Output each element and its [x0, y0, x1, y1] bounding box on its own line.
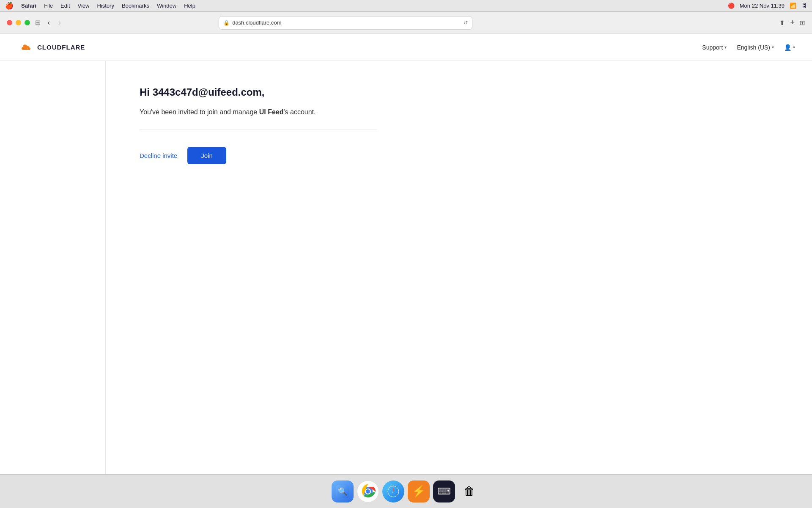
- user-chevron-icon: ▾: [793, 45, 795, 50]
- cloudflare-logo[interactable]: CLOUDFLARE: [17, 41, 85, 54]
- content-area: Hi 3443c47d@uifeed.com, You've been invi…: [0, 61, 812, 496]
- window-menu[interactable]: Window: [157, 3, 176, 9]
- share-button[interactable]: ⬆: [779, 19, 785, 27]
- browser-toolbar: ⊞ ‹ › 🔒 dash.cloudflare.com ↺ ⬆ + ⊞: [0, 12, 812, 34]
- forward-button[interactable]: ›: [57, 18, 63, 27]
- menubar-control-center[interactable]: 🎛: [801, 3, 807, 9]
- invite-org-name: UI Feed: [259, 108, 284, 116]
- language-label: English (US): [737, 44, 770, 51]
- chrome-icon: [360, 484, 376, 499]
- reload-button[interactable]: ↺: [464, 20, 468, 26]
- close-button[interactable]: [7, 20, 12, 25]
- file-menu[interactable]: File: [44, 3, 53, 9]
- svg-point-6: [366, 489, 370, 494]
- support-nav-link[interactable]: Support ▾: [702, 44, 727, 51]
- view-menu[interactable]: View: [78, 3, 90, 9]
- back-button[interactable]: ‹: [46, 18, 52, 27]
- safari-icon: [386, 484, 401, 499]
- invite-message: You've been invited to join and manage U…: [140, 108, 778, 116]
- join-button[interactable]: Join: [187, 147, 226, 164]
- main-content: Hi 3443c47d@uifeed.com, You've been invi…: [106, 61, 812, 496]
- main-navigation: CLOUDFLARE Support ▾ English (US) ▾ 👤 ▾: [0, 34, 812, 61]
- app-name-menu[interactable]: Safari: [21, 3, 36, 9]
- finder-icon: 🔍: [336, 485, 349, 498]
- traffic-lights: [7, 20, 30, 25]
- decline-invite-button[interactable]: Decline invite: [140, 152, 177, 159]
- macos-menubar: 🍎 Safari File Edit View History Bookmark…: [0, 0, 812, 12]
- minimize-button[interactable]: [16, 20, 21, 25]
- dock-safari[interactable]: [382, 480, 404, 502]
- language-chevron-icon: ▾: [772, 45, 774, 50]
- dock-terminal[interactable]: ⌨: [433, 480, 455, 502]
- language-nav-link[interactable]: English (US) ▾: [737, 44, 774, 51]
- bookmarks-menu[interactable]: Bookmarks: [122, 3, 149, 9]
- cloudflare-dock-icon: ⚡: [412, 485, 425, 498]
- support-chevron-icon: ▾: [724, 45, 727, 50]
- tab-overview-button[interactable]: ⊞: [800, 19, 805, 27]
- macos-dock: 🔍 ⚡ ⌨ 🗑: [0, 474, 812, 508]
- history-menu[interactable]: History: [97, 3, 114, 9]
- content-divider: [140, 130, 376, 130]
- edit-menu[interactable]: Edit: [60, 3, 70, 9]
- support-label: Support: [702, 44, 723, 51]
- url-text: dash.cloudflare.com: [232, 19, 281, 26]
- action-buttons-group: Decline invite Join: [140, 147, 778, 164]
- user-nav-link[interactable]: 👤 ▾: [784, 44, 795, 51]
- cloudflare-logo-icon: [17, 41, 34, 54]
- sidebar-toggle-button[interactable]: ⊞: [35, 19, 41, 27]
- dock-cloudflare[interactable]: ⚡: [408, 480, 430, 502]
- terminal-dock-icon: ⌨: [437, 486, 451, 497]
- toolbar-actions: ⬆ + ⊞: [779, 18, 805, 27]
- menubar-wifi: 📶: [790, 3, 796, 9]
- maximize-button[interactable]: [25, 20, 30, 25]
- help-menu[interactable]: Help: [184, 3, 195, 9]
- lock-icon: 🔒: [223, 20, 230, 26]
- nav-right-actions: Support ▾ English (US) ▾ 👤 ▾: [702, 44, 795, 51]
- url-bar[interactable]: 🔒 dash.cloudflare.com ↺: [219, 16, 472, 30]
- trash-dock-icon: 🗑: [464, 484, 475, 498]
- menubar-battery-icon: 🔴: [728, 3, 735, 9]
- svg-text:🔍: 🔍: [338, 487, 348, 496]
- invite-post-text: 's account.: [283, 108, 315, 116]
- new-tab-button[interactable]: +: [790, 18, 795, 27]
- left-sidebar: [0, 61, 106, 496]
- dock-chrome[interactable]: [357, 480, 379, 502]
- dock-finder[interactable]: 🔍: [332, 480, 354, 502]
- menubar-time: Mon 22 Nov 11:39: [740, 3, 785, 9]
- dock-trash[interactable]: 🗑: [458, 480, 480, 502]
- url-bar-wrapper: 🔒 dash.cloudflare.com ↺: [219, 16, 472, 30]
- user-icon: 👤: [784, 44, 791, 51]
- invite-pre-text: You've been invited to join and manage: [140, 108, 259, 116]
- greeting-heading: Hi 3443c47d@uifeed.com,: [140, 86, 778, 98]
- apple-menu[interactable]: 🍎: [5, 2, 14, 10]
- cloudflare-logo-text: CLOUDFLARE: [37, 44, 85, 51]
